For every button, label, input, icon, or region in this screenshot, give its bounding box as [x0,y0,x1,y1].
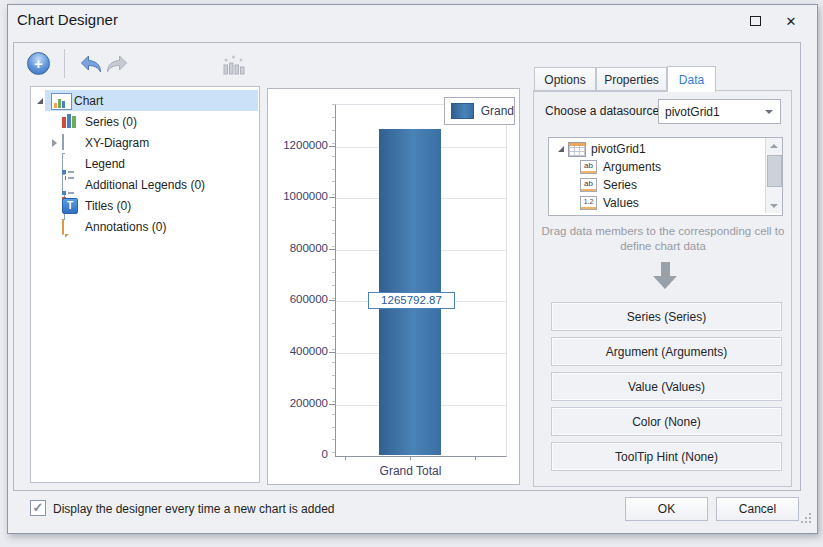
field-item-pivotgrid[interactable]: pivotGrid1 [550,140,646,158]
cell-value[interactable]: Value (Values) [551,372,782,401]
titles-icon: T [62,198,78,214]
tree-item-additional-legends[interactable]: Additional Legends (0) [32,174,258,195]
scroll-up-icon [770,144,778,148]
y-tick-label: 0 [268,448,328,460]
tree-item-label: Titles (0) [85,199,131,213]
tree-item-label: Additional Legends (0) [85,178,205,192]
y-tick-label: 200000 [268,397,328,409]
ab-icon: ab [580,160,597,174]
redo-icon [105,55,129,73]
scrollbar[interactable] [765,138,782,213]
undo-button[interactable] [79,55,103,76]
redo-button[interactable] [105,55,129,76]
field-label: pivotGrid1 [591,142,646,156]
scroll-up-button[interactable] [766,138,782,153]
tree-selection: Chart [45,90,258,111]
field-label: Values [603,196,639,210]
y-tick-label: 1000000 [268,190,328,202]
scroll-down-button[interactable] [766,198,782,213]
series-icon [62,114,77,128]
field-item-values[interactable]: 1.2 Values [550,194,639,212]
window-title: Chart Designer [17,11,118,28]
toolbar-separator [64,49,65,78]
numeric-icon: 1.2 [580,196,597,210]
tab-properties[interactable]: Properties [596,67,667,92]
tree-item-label: XY-Diagram [85,136,149,150]
cell-color[interactable]: Color (None) [551,407,782,436]
ab-icon: ab [580,178,597,192]
ok-label: OK [658,502,675,516]
tab-label: Properties [604,73,659,87]
bar-value-label: 1265792.87 [368,292,455,309]
field-label: Series [603,178,637,192]
cell-tooltip-hint[interactable]: ToolTip Hint (None) [551,442,782,471]
y-axis-minor-ticks [332,104,335,455]
tree-item-label: Legend [85,157,125,171]
datasource-combobox[interactable]: pivotGrid1 [658,99,781,124]
tab-options[interactable]: Options [534,67,596,92]
expand-triangle-icon[interactable] [556,146,566,152]
cell-label: Argument (Arguments) [606,345,727,359]
expand-triangle-icon[interactable] [35,98,45,104]
add-chart-element-button[interactable]: + [27,52,50,75]
y-tick-label: 600000 [268,293,328,305]
chart-elements-tree: Chart Series (0) XY-Diagram Legend Addit… [30,86,260,483]
chart-legend[interactable]: Grand [444,97,515,125]
close-button[interactable]: ✕ [780,11,802,31]
tab-label: Options [544,73,585,87]
cell-label: Color (None) [632,415,701,429]
cell-series[interactable]: Series (Series) [551,302,782,331]
scroll-down-icon [770,204,778,208]
tree-item-label: Annotations (0) [85,220,166,234]
maximize-button[interactable] [744,11,766,31]
chart-palette-button[interactable] [221,52,246,79]
drag-hint-text: Drag data members to the corresponding c… [536,224,790,254]
cancel-label: Cancel [739,502,776,516]
chevron-down-icon [765,110,773,114]
field-label: Arguments [603,160,661,174]
tree-item-xy-diagram[interactable]: XY-Diagram [32,132,258,153]
cell-argument[interactable]: Argument (Arguments) [551,337,782,366]
chart-designer-screenshot: Chart Designer ✕ + [0,0,823,547]
resize-grip-icon [797,509,813,525]
cell-label: Value (Values) [628,380,705,394]
tree-item-label: Chart [74,94,103,108]
x-axis-label: Grand Total [350,464,471,478]
tree-item-series[interactable]: Series (0) [32,111,258,132]
table-icon [568,142,586,157]
tab-data[interactable]: Data [667,66,716,92]
cancel-button[interactable]: Cancel [716,497,799,521]
tree-item-legend[interactable]: Legend [32,153,258,174]
xy-diagram-icon [62,134,64,150]
scrollbar-thumb[interactable] [767,155,782,187]
undo-icon [79,55,103,73]
y-tick-label: 1200000 [268,139,328,151]
chart-palette-icon [221,52,246,76]
maximize-icon [750,16,761,26]
arrow-down-icon [661,262,670,276]
y-tick-label: 400000 [268,345,328,357]
plus-icon: + [34,56,43,71]
datasource-label: Choose a datasource: [545,104,662,118]
ok-button[interactable]: OK [625,497,708,521]
collapse-triangle-icon[interactable] [49,139,59,147]
y-tick-label: 800000 [268,242,328,254]
chart-icon [51,93,72,110]
field-item-series[interactable]: ab Series [550,176,637,194]
field-item-arguments[interactable]: ab Arguments [550,158,661,176]
cell-label: Series (Series) [627,310,706,324]
display-designer-checkbox[interactable]: ✓ [30,500,46,516]
datasource-fields-tree: pivotGrid1 ab Arguments ab Series 1.2 Va… [548,137,783,216]
annotations-icon [62,219,64,235]
close-icon: ✕ [786,15,797,28]
check-icon: ✓ [33,500,44,515]
tree-item-label: Series (0) [85,115,137,129]
tree-item-titles[interactable]: T Titles (0) [32,195,258,216]
resize-grip[interactable] [797,509,813,528]
cell-label: ToolTip Hint (None) [615,450,718,464]
checkbox-label[interactable]: Display the designer every time a new ch… [53,502,334,516]
tree-item-annotations[interactable]: Annotations (0) [32,216,258,237]
tree-item-chart[interactable]: Chart [32,90,258,111]
datasource-value: pivotGrid1 [665,105,765,119]
tab-label: Data [679,73,704,87]
